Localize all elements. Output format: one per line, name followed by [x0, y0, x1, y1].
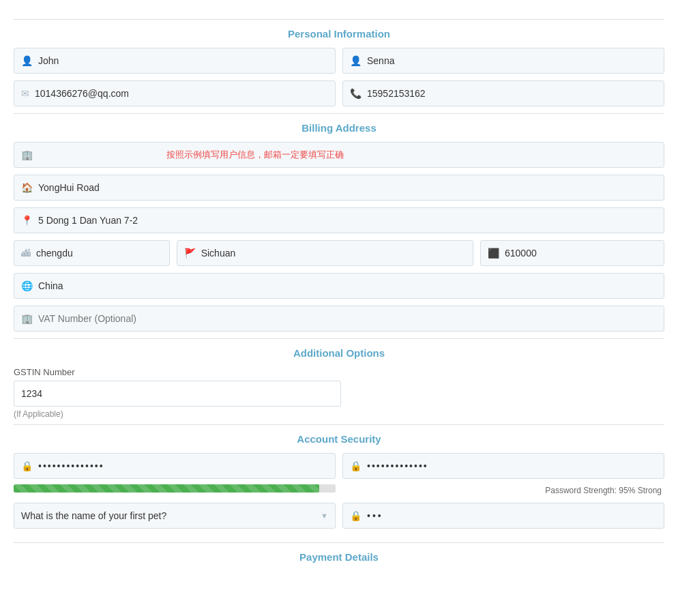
gstin-field[interactable]: [14, 381, 341, 407]
city-state-zip-row: 🏙 🚩 ⬛: [14, 240, 664, 266]
security-question-select[interactable]: What is the name of your first pet? What…: [21, 510, 318, 521]
user-icon-2: 👤: [350, 55, 362, 66]
country-field[interactable]: 🌐: [14, 273, 664, 299]
last-name-input[interactable]: [367, 55, 657, 66]
email-field[interactable]: ✉: [14, 80, 336, 106]
phone-field[interactable]: 📞: [342, 80, 664, 106]
state-field[interactable]: 🚩: [177, 240, 473, 266]
last-name-field[interactable]: 👤: [342, 48, 664, 74]
password-row: 🔒 🔒: [14, 453, 664, 479]
vat-input[interactable]: [38, 313, 657, 324]
divider-additional: [14, 338, 664, 339]
zip-icon: ⬛: [488, 248, 499, 259]
flag-icon: 🚩: [184, 248, 196, 259]
city-input[interactable]: [36, 248, 162, 259]
email-icon: ✉: [21, 88, 29, 99]
gstin-input[interactable]: [21, 388, 334, 399]
company-input[interactable]: [38, 149, 161, 160]
divider-top: [14, 19, 664, 20]
country-input[interactable]: [38, 280, 657, 291]
password1-input[interactable]: [38, 460, 328, 471]
city-field[interactable]: 🏙: [14, 240, 170, 266]
globe-icon: 🌐: [21, 280, 33, 291]
chevron-down-icon: ▼: [321, 512, 328, 520]
contact-row: ✉ 📞: [14, 80, 664, 106]
email-input[interactable]: [35, 88, 328, 99]
divider-payment: [14, 542, 664, 543]
building-icon: 🏢: [21, 149, 33, 160]
security-answer-input[interactable]: [367, 510, 657, 521]
strength-bar: [14, 484, 336, 493]
address2-row: 📍: [14, 207, 664, 233]
user-icon: 👤: [21, 55, 33, 66]
company-note: 按照示例填写用户信息，邮箱一定要填写正确: [166, 149, 344, 161]
divider-billing: [14, 113, 664, 114]
gstin-label: GSTIN Number: [14, 367, 664, 377]
country-row: 🌐: [14, 273, 664, 299]
name-row: 👤 👤: [14, 48, 664, 74]
street-row: 🏠: [14, 175, 664, 201]
password1-field[interactable]: 🔒: [14, 453, 336, 479]
security-question-row: What is the name of your first pet? What…: [14, 503, 664, 529]
password2-input[interactable]: [367, 460, 657, 471]
payment-details-title: Payment Details: [14, 551, 664, 563]
street-input[interactable]: [38, 182, 657, 193]
billing-address-title: Billing Address: [14, 122, 664, 134]
zip-input[interactable]: [505, 248, 657, 259]
zip-field[interactable]: ⬛: [480, 240, 664, 266]
security-answer-field[interactable]: 🔒: [342, 503, 664, 529]
lock-icon-2: 🔒: [350, 460, 362, 471]
divider-security: [14, 424, 664, 425]
company-row: 🏢 按照示例填写用户信息，邮箱一定要填写正确: [14, 142, 664, 168]
personal-info-title: Personal Information: [14, 28, 664, 40]
strength-row: Password Strength: 95% Strong: [14, 484, 664, 496]
gstin-note: (If Applicable): [14, 409, 664, 419]
company-field[interactable]: 🏢 按照示例填写用户信息，邮箱一定要填写正确: [14, 142, 664, 168]
password2-field[interactable]: 🔒: [342, 453, 664, 479]
strength-bar-fill: [14, 484, 319, 493]
additional-options-title: Additional Options: [14, 347, 664, 359]
first-name-input[interactable]: [38, 55, 328, 66]
vat-field[interactable]: 🏢: [14, 306, 664, 332]
road-icon: 🏠: [21, 182, 33, 193]
vat-row: 🏢: [14, 306, 664, 332]
lock-icon-1: 🔒: [21, 460, 33, 471]
security-question-select-wrap[interactable]: What is the name of your first pet? What…: [14, 503, 336, 529]
city-icon: 🏙: [21, 248, 31, 259]
address2-field[interactable]: 📍: [14, 207, 664, 233]
vat-icon: 🏢: [21, 313, 33, 324]
account-security-title: Account Security: [14, 433, 664, 445]
street-field[interactable]: 🏠: [14, 175, 664, 201]
state-input[interactable]: [201, 248, 466, 259]
phone-icon: 📞: [350, 88, 362, 99]
phone-input[interactable]: [367, 88, 657, 99]
location-icon: 📍: [21, 215, 33, 226]
first-name-field[interactable]: 👤: [14, 48, 336, 74]
lock-icon-3: 🔒: [350, 510, 362, 521]
address2-input[interactable]: [38, 215, 657, 226]
strength-text: Password Strength: 95% Strong: [342, 486, 664, 495]
